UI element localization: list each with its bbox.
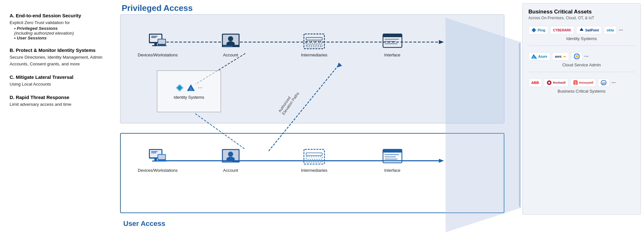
identity-systems-label: Identity Systems: [174, 95, 204, 100]
svg-marker-63: [580, 28, 583, 31]
lower-interface-node: Interface: [381, 147, 404, 173]
ping-logo: Ping: [528, 26, 548, 34]
diagram-area: Devices/Workstations Account: [118, 14, 522, 236]
svg-rect-30: [383, 34, 402, 37]
section-d: D. Rapid Threat Response Limit adversary…: [10, 95, 109, 108]
honeywell-logo: Honeywell: [570, 79, 596, 87]
section-a: A. End-to-end Session Security Explicit …: [10, 13, 109, 40]
lower-device-node: Devices/Workstations: [138, 147, 178, 173]
identity-more: ···: [619, 27, 623, 33]
priv-account-node: Account: [219, 32, 242, 57]
left-panel: A. End-to-end Session Security Explicit …: [0, 0, 118, 241]
gcp-logo: [571, 52, 583, 61]
priv-interface-label: Interface: [384, 53, 401, 57]
svg-rect-58: [383, 149, 402, 153]
bca-subtitle: Across On-Premises, Cloud, OT, & IoT: [528, 16, 635, 20]
svg-rect-12: [151, 36, 158, 37]
ge-logo: ge: [598, 79, 609, 87]
svg-point-67: [575, 55, 578, 58]
bca-bcs-logos: ABB Rockwell: [528, 79, 635, 87]
svg-rect-31: [385, 39, 399, 40]
svg-point-69: [548, 82, 550, 84]
svg-rect-54: [306, 153, 322, 155]
svg-rect-17: [158, 39, 165, 44]
cloud-more: ···: [584, 54, 589, 59]
svg-rect-55: [306, 157, 322, 159]
priv-intermediaries-label: Intermediaries: [301, 53, 327, 57]
bca-cloud-label: Cloud Service Admin: [528, 62, 635, 67]
svg-rect-72: [574, 83, 577, 83]
section-b: B. Protect & Monitor Identity Systems Se…: [10, 47, 109, 67]
bca-cloud-logos: Azure aws ···: [528, 52, 635, 61]
svg-marker-9: [519, 42, 521, 208]
lower-interface-icon: [381, 147, 404, 167]
cyberark-logo: CYBERARK: [550, 26, 574, 34]
svg-rect-13: [151, 37, 156, 38]
svg-rect-18: [157, 45, 167, 46]
rockwell-logo: Rockwell: [544, 79, 568, 87]
lower-account-label: Account: [223, 168, 238, 173]
user-access-title: User Access: [123, 220, 165, 228]
abb-logo: ABB: [528, 79, 542, 87]
bullet-privileged-sessions: Privileged Sessions(including authorized…: [14, 26, 109, 36]
right-panel: Business Critical Assets Across On-Premi…: [522, 0, 644, 241]
priv-account-icon: [219, 32, 242, 51]
priv-interface-icon: [381, 32, 404, 51]
svg-text:ge: ge: [602, 81, 606, 85]
lower-intermediaries-icon: [303, 147, 325, 167]
lower-account-node: Account: [219, 147, 242, 173]
identity-systems-box: ··· Identity Systems: [157, 71, 221, 112]
section-d-body: Limit adversary access and time: [10, 101, 109, 108]
section-c: C. Mitigate Lateral Traversal Using Loca…: [10, 74, 109, 87]
svg-point-21: [228, 36, 233, 41]
priv-account-label: Account: [223, 53, 238, 57]
svg-rect-42: [154, 159, 157, 161]
priv-device-icon: [146, 32, 169, 51]
svg-marker-62: [532, 28, 536, 32]
section-a-title: A. End-to-end Session Security: [10, 13, 109, 18]
priv-device-node: Devices/Workstations: [138, 32, 178, 57]
lower-intermediaries-label: Intermediaries: [301, 168, 327, 173]
svg-rect-73: [574, 84, 577, 85]
main-diagram: Privileged Access: [118, 0, 522, 241]
section-a-body: Explicit Zero Trust validation for: [10, 20, 109, 26]
lower-device-label: Devices/Workstations: [138, 168, 178, 173]
svg-rect-27: [306, 41, 322, 44]
privileged-access-title: Privileged Access: [122, 3, 522, 13]
bca-bcs-label: Business Critical Systems: [528, 89, 635, 94]
section-d-title: D. Rapid Threat Response: [10, 95, 109, 100]
svg-rect-59: [385, 154, 399, 155]
priv-intermediaries-node: Intermediaries: [301, 32, 327, 57]
sailpoint-logo: SailPoint: [576, 26, 602, 34]
lower-account-icon: [219, 147, 242, 167]
lower-interface-label: Interface: [384, 168, 401, 173]
bcs-more: ···: [611, 80, 615, 86]
svg-rect-60: [385, 156, 396, 157]
svg-rect-46: [157, 161, 167, 162]
bullet-user-sessions: User Sessions: [14, 36, 109, 40]
priv-device-label: Devices/Workstations: [138, 53, 178, 57]
okta-logo: okta: [604, 26, 617, 34]
svg-rect-14: [154, 43, 157, 45]
bca-bcs-section: ABB Rockwell: [528, 79, 635, 98]
bca-identity-logos: Ping CYBERARK SailPoint okta ···: [528, 26, 635, 34]
user-box: [120, 133, 504, 213]
bca-title: Business Critical Assets: [528, 9, 635, 15]
svg-rect-28: [306, 45, 322, 47]
lower-device-icon: [146, 147, 169, 167]
bca-cloud-section: Azure aws ··· Cloud Ser: [528, 52, 635, 72]
svg-rect-33: [385, 43, 397, 44]
azure-logo: Azure: [528, 52, 550, 61]
svg-rect-52: [223, 161, 232, 162]
lower-intermediaries-node: Intermediaries: [301, 147, 327, 173]
svg-rect-26: [306, 37, 322, 40]
section-b-body: Secure Directories, Identity Management,…: [10, 54, 109, 67]
svg-rect-56: [306, 161, 322, 162]
section-c-title: C. Mitigate Lateral Traversal: [10, 74, 109, 80]
section-b-title: B. Protect & Monitor Identity Systems: [10, 47, 109, 53]
svg-rect-32: [385, 41, 396, 42]
svg-rect-24: [223, 46, 232, 46]
bca-identity-label: Identity Systems: [528, 36, 635, 41]
priv-intermediaries-icon: [303, 32, 325, 51]
svg-rect-40: [151, 151, 158, 152]
